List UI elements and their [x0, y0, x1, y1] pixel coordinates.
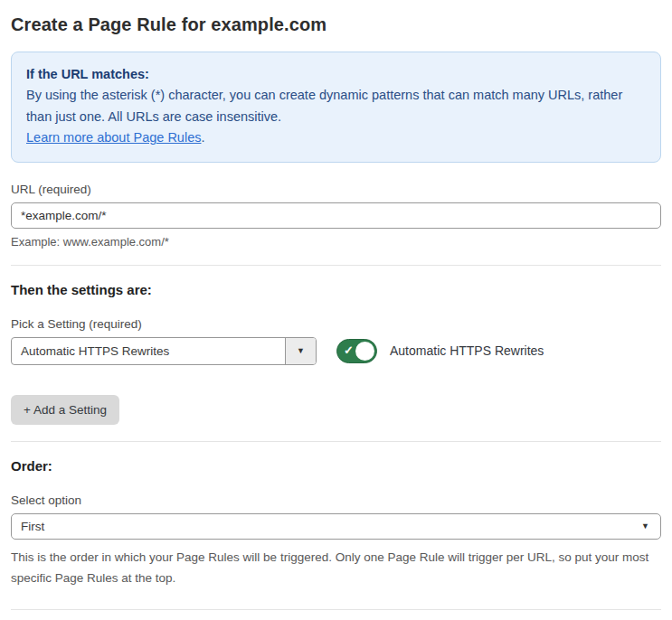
order-section-heading: Order:: [11, 458, 661, 474]
url-field-hint: Example: www.example.com/*: [11, 235, 661, 249]
setting-picker-row: Automatic HTTPS Rewrites ▼ ✓ Automatic H…: [11, 337, 661, 365]
page-rule-form: Create a Page Rule for example.com If th…: [0, 0, 672, 620]
order-select-value: First: [21, 520, 44, 533]
order-select[interactable]: First ▼: [11, 513, 661, 540]
divider: [11, 265, 661, 266]
chevron-down-icon: ▼: [297, 346, 305, 355]
info-box-body: By using the asterisk (*) character, you…: [26, 85, 646, 127]
chevron-down-icon: ▼: [641, 521, 649, 531]
check-icon: ✓: [344, 344, 354, 358]
setting-dropdown-arrow-button[interactable]: ▼: [285, 338, 316, 364]
order-select-label: Select option: [11, 493, 661, 507]
divider: [11, 609, 661, 610]
setting-picker-label: Pick a Setting (required): [11, 317, 661, 331]
setting-toggle-group: ✓ Automatic HTTPS Rewrites: [336, 339, 544, 363]
add-setting-button[interactable]: + Add a Setting: [11, 395, 119, 425]
url-match-info-box: If the URL matches: By using the asteris…: [11, 52, 661, 163]
learn-more-link[interactable]: Learn more about Page Rules: [26, 130, 201, 145]
link-suffix: .: [201, 130, 204, 145]
page-title: Create a Page Rule for example.com: [11, 14, 661, 35]
toggle-knob: [355, 342, 374, 361]
https-rewrites-toggle[interactable]: ✓: [336, 339, 377, 363]
info-box-heading: If the URL matches:: [26, 64, 646, 85]
order-help-text: This is the order in which your Page Rul…: [11, 548, 661, 588]
url-input[interactable]: [11, 202, 661, 229]
toggle-label: Automatic HTTPS Rewrites: [390, 343, 544, 358]
divider: [11, 441, 661, 442]
url-field-label: URL (required): [11, 183, 661, 196]
setting-dropdown[interactable]: Automatic HTTPS Rewrites ▼: [11, 337, 317, 365]
settings-section-heading: Then the settings are:: [11, 282, 661, 297]
info-box-link-line: Learn more about Page Rules.: [26, 127, 646, 148]
setting-dropdown-value: Automatic HTTPS Rewrites: [12, 338, 285, 364]
